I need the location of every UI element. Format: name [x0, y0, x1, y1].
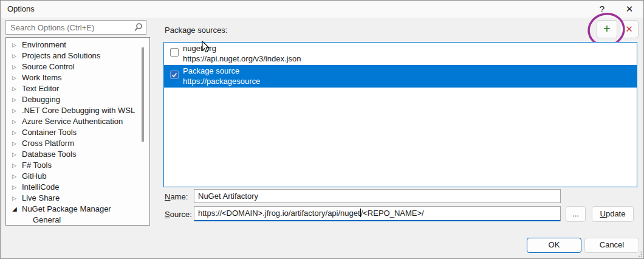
tree-item-cross-platform[interactable]: ▷Cross Platform: [6, 138, 149, 149]
name-label-rest: ame:: [170, 192, 188, 201]
name-label: Name:: [165, 192, 188, 201]
collapse-arrow-icon[interactable]: ▷: [12, 193, 22, 204]
tree-item-label: Container Tools: [22, 128, 77, 137]
checkmark-icon: [171, 71, 178, 78]
tree-item-intellicode[interactable]: ▷IntelliCode: [6, 182, 149, 193]
name-label-mnemonic: N: [165, 192, 170, 201]
collapse-arrow-icon[interactable]: ▷: [12, 182, 22, 193]
collapse-arrow-icon[interactable]: ▷: [12, 94, 22, 105]
x-icon: ✕: [625, 24, 633, 34]
tree-scrollbar[interactable]: [142, 38, 148, 225]
tree-item-work-items[interactable]: ▷Work Items: [6, 72, 149, 83]
collapse-arrow-icon[interactable]: ▷: [12, 61, 22, 72]
update-label-rest: pdate: [606, 209, 626, 218]
ok-button[interactable]: OK: [527, 238, 581, 253]
search-box: [5, 20, 146, 35]
update-button[interactable]: Update: [592, 206, 634, 222]
tree-item-label: GitHub: [22, 171, 46, 181]
source-value-before-caret: https://<DOMAIN>.jfrog.io/artifactory/ap…: [198, 209, 360, 218]
package-source-url: https://packagesource: [183, 77, 260, 86]
tree-item-label: Projects and Solutions: [22, 51, 100, 60]
tree-item-label: F# Tools: [22, 161, 52, 170]
tree-item-label: Azure Service Authentication: [22, 117, 123, 126]
tree-item-label: NuGet Package Manager: [22, 204, 111, 213]
collapse-arrow-icon[interactable]: ▷: [12, 50, 22, 61]
search-input[interactable]: [6, 21, 132, 34]
collapse-arrow-icon[interactable]: ▷: [12, 116, 22, 127]
package-sources-label: Package sources:: [165, 26, 227, 35]
source-label: Source:: [165, 210, 192, 219]
collapse-arrow-icon[interactable]: ▷: [12, 171, 22, 182]
remove-source-button[interactable]: ✕: [620, 20, 639, 38]
tree-item-projects-and-solutions[interactable]: ▷Projects and Solutions: [6, 50, 149, 61]
add-source-button[interactable]: +: [597, 20, 617, 38]
source-input[interactable]: https://<DOMAIN>.jfrog.io/artifactory/ap…: [194, 206, 561, 221]
plus-icon: +: [603, 21, 611, 35]
tree-item-general[interactable]: General: [6, 215, 149, 226]
tree-item-label: Work Items: [22, 73, 62, 82]
tree-item-label: Environment: [22, 40, 66, 49]
help-icon[interactable]: ?: [594, 2, 610, 16]
tree-item-label: IntelliCode: [22, 182, 59, 192]
collapse-arrow-icon[interactable]: ▷: [12, 83, 22, 94]
source-value-after-caret: /<REPO_NAME>/: [361, 209, 424, 218]
tree-item-fsharp-tools[interactable]: ▷F# Tools: [6, 160, 149, 171]
update-label-mnemonic: U: [600, 209, 606, 218]
close-icon[interactable]: ✕: [622, 2, 637, 16]
tree-scrollbar-thumb[interactable]: [142, 47, 144, 142]
tree-item-nuget-package-manager[interactable]: ◢NuGet Package Manager: [6, 204, 149, 215]
tree-item-label: .NET Core Debugging with WSL: [22, 106, 135, 115]
package-source-name: nuget.org: [183, 44, 216, 53]
package-sources-list: nuget.org https://api.nuget.org/v3/index…: [163, 42, 637, 187]
tree-item-label: Cross Platform: [22, 139, 74, 148]
source-label-mnemonic: S: [165, 210, 170, 219]
tree-item-database-tools[interactable]: ▷Database Tools: [6, 149, 149, 160]
source-label-rest: ource:: [170, 210, 192, 219]
tree-item-live-share[interactable]: ▷Live Share: [6, 193, 149, 204]
collapse-arrow-icon[interactable]: ▷: [12, 72, 22, 83]
tree-item-label: Debugging: [22, 95, 60, 104]
tree-item-label: Database Tools: [22, 150, 76, 159]
package-source-row-package-source[interactable]: Package source https://packagesource: [164, 65, 637, 88]
checkbox-unchecked[interactable]: [170, 48, 179, 57]
tree-item-environment[interactable]: ▷Environment: [6, 40, 149, 50]
collapse-arrow-icon[interactable]: ▷: [12, 105, 22, 116]
cancel-button[interactable]: Cancel: [584, 238, 639, 253]
tree-item-net-core-debugging-wsl[interactable]: ▷.NET Core Debugging with WSL: [6, 105, 149, 116]
tree-item-source-control[interactable]: ▷Source Control: [6, 61, 149, 72]
collapse-arrow-icon[interactable]: ▷: [12, 160, 22, 171]
resize-grip[interactable]: [636, 251, 642, 257]
collapse-arrow-icon[interactable]: ▷: [12, 149, 22, 160]
tree-item-label: General: [33, 215, 61, 224]
name-input[interactable]: [194, 189, 561, 203]
expand-arrow-icon[interactable]: ◢: [12, 204, 22, 215]
tree-item-container-tools[interactable]: ▷Container Tools: [6, 127, 149, 138]
tree-item-debugging[interactable]: ▷Debugging: [6, 94, 149, 105]
options-dialog: Options ? ✕ ▷Environment ▷Projects and S…: [0, 0, 644, 259]
tree-item-label: Text Editor: [22, 84, 59, 93]
tree-item-label: Source Control: [22, 62, 75, 71]
package-source-name: Package source: [183, 66, 239, 75]
package-source-url: https://api.nuget.org/v3/index.json: [183, 54, 301, 63]
options-tree: ▷Environment ▷Projects and Solutions ▷So…: [5, 37, 150, 226]
title-bar: Options ? ✕: [1, 1, 643, 18]
window-title: Options: [7, 4, 35, 13]
tree-item-text-editor[interactable]: ▷Text Editor: [6, 83, 149, 94]
tree-item-label: Live Share: [22, 193, 60, 202]
tree-item-azure-service-authentication[interactable]: ▷Azure Service Authentication: [6, 116, 149, 127]
checkbox-checked[interactable]: [170, 71, 179, 79]
package-source-row-nuget-org[interactable]: nuget.org https://api.nuget.org/v3/index…: [164, 43, 637, 65]
collapse-arrow-icon[interactable]: ▷: [12, 40, 22, 50]
collapse-arrow-icon[interactable]: ▷: [12, 127, 22, 138]
search-icon: [133, 22, 143, 32]
collapse-arrow-icon[interactable]: ▷: [12, 138, 22, 149]
tree-item-github[interactable]: ▷GitHub: [6, 171, 149, 182]
browse-button[interactable]: ...: [566, 206, 586, 222]
